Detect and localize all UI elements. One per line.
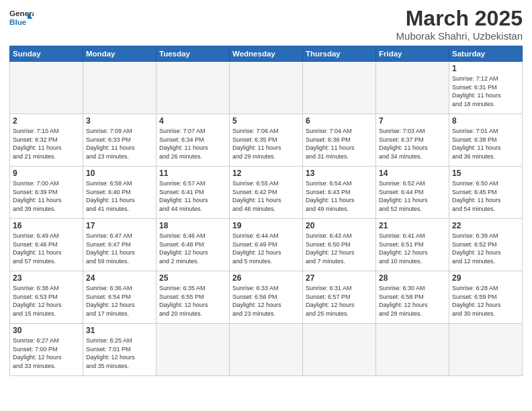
day-number: 20 — [306, 221, 373, 230]
calendar-day-cell — [230, 324, 303, 376]
calendar-day-cell: 16Sunrise: 6:49 AM Sunset: 6:46 PM Dayli… — [10, 219, 83, 271]
calendar-week-row: 23Sunrise: 6:38 AM Sunset: 6:53 PM Dayli… — [10, 271, 523, 324]
calendar-day-cell: 3Sunrise: 7:09 AM Sunset: 6:33 PM Daylig… — [83, 114, 157, 167]
day-info: Sunrise: 6:28 AM Sunset: 6:59 PM Dayligh… — [452, 284, 519, 318]
title-block: March 2025 Muborak Shahri, Uzbekistan — [396, 7, 523, 42]
day-number: 25 — [159, 273, 226, 283]
day-info: Sunrise: 6:50 AM Sunset: 6:45 PM Dayligh… — [452, 179, 519, 213]
calendar-day-cell: 17Sunrise: 6:47 AM Sunset: 6:47 PM Dayli… — [83, 219, 157, 271]
calendar-day-cell: 2Sunrise: 7:10 AM Sunset: 6:32 PM Daylig… — [10, 114, 83, 167]
day-info: Sunrise: 7:07 AM Sunset: 6:34 PM Dayligh… — [159, 127, 226, 161]
calendar-week-row: 16Sunrise: 6:49 AM Sunset: 6:46 PM Dayli… — [10, 219, 523, 271]
day-number: 26 — [232, 273, 300, 283]
day-number: 16 — [13, 221, 80, 230]
day-info: Sunrise: 6:54 AM Sunset: 6:43 PM Dayligh… — [306, 179, 373, 213]
calendar-day-cell: 26Sunrise: 6:33 AM Sunset: 6:56 PM Dayli… — [230, 271, 303, 324]
calendar-week-row: 1Sunrise: 7:12 AM Sunset: 6:31 PM Daylig… — [10, 62, 523, 114]
day-number: 23 — [13, 273, 80, 283]
day-number: 21 — [379, 221, 446, 230]
day-info: Sunrise: 7:00 AM Sunset: 6:39 PM Dayligh… — [13, 179, 80, 213]
calendar-table: SundayMondayTuesdayWednesdayThursdayFrid… — [9, 46, 523, 376]
calendar-day-cell: 8Sunrise: 7:01 AM Sunset: 6:38 PM Daylig… — [449, 114, 523, 167]
day-number: 27 — [306, 273, 373, 283]
day-info: Sunrise: 6:55 AM Sunset: 6:42 PM Dayligh… — [232, 179, 300, 213]
day-info: Sunrise: 7:01 AM Sunset: 6:38 PM Dayligh… — [452, 127, 519, 161]
day-number: 10 — [86, 169, 153, 178]
day-info: Sunrise: 6:57 AM Sunset: 6:41 PM Dayligh… — [159, 179, 226, 213]
header: General Blue March 2025 Muborak Shahri, … — [9, 7, 523, 42]
calendar-day-cell: 18Sunrise: 6:46 AM Sunset: 6:48 PM Dayli… — [157, 219, 230, 271]
calendar-week-row: 30Sunrise: 6:27 AM Sunset: 7:00 PM Dayli… — [10, 324, 523, 376]
day-number: 19 — [232, 221, 300, 230]
calendar-day-cell — [376, 62, 449, 114]
calendar-day-header: Saturday — [449, 46, 523, 62]
calendar-day-cell: 7Sunrise: 7:03 AM Sunset: 6:37 PM Daylig… — [376, 114, 449, 167]
day-info: Sunrise: 6:27 AM Sunset: 7:00 PM Dayligh… — [13, 336, 80, 370]
calendar-header-row: SundayMondayTuesdayWednesdayThursdayFrid… — [10, 46, 523, 62]
day-info: Sunrise: 7:06 AM Sunset: 6:35 PM Dayligh… — [232, 127, 300, 161]
calendar-day-cell: 25Sunrise: 6:35 AM Sunset: 6:55 PM Dayli… — [157, 271, 230, 324]
calendar-week-row: 9Sunrise: 7:00 AM Sunset: 6:39 PM Daylig… — [10, 167, 523, 219]
day-info: Sunrise: 6:41 AM Sunset: 6:51 PM Dayligh… — [379, 232, 446, 265]
calendar-day-cell: 31Sunrise: 6:25 AM Sunset: 7:01 PM Dayli… — [83, 324, 157, 376]
calendar-day-cell: 20Sunrise: 6:43 AM Sunset: 6:50 PM Dayli… — [303, 219, 376, 271]
calendar-day-header: Sunday — [10, 46, 83, 62]
calendar-day-header: Thursday — [303, 46, 376, 62]
day-number: 29 — [452, 273, 519, 283]
calendar-day-cell: 5Sunrise: 7:06 AM Sunset: 6:35 PM Daylig… — [230, 114, 303, 167]
calendar-day-cell: 14Sunrise: 6:52 AM Sunset: 6:44 PM Dayli… — [376, 167, 449, 219]
day-number: 11 — [159, 169, 226, 178]
calendar-day-cell: 11Sunrise: 6:57 AM Sunset: 6:41 PM Dayli… — [157, 167, 230, 219]
day-number: 13 — [306, 169, 373, 178]
day-info: Sunrise: 6:31 AM Sunset: 6:57 PM Dayligh… — [306, 284, 373, 318]
calendar-day-cell: 10Sunrise: 6:58 AM Sunset: 6:40 PM Dayli… — [83, 167, 157, 219]
calendar-day-cell: 12Sunrise: 6:55 AM Sunset: 6:42 PM Dayli… — [230, 167, 303, 219]
day-number: 22 — [452, 221, 519, 230]
calendar-day-cell: 29Sunrise: 6:28 AM Sunset: 6:59 PM Dayli… — [449, 271, 523, 324]
calendar-day-cell: 15Sunrise: 6:50 AM Sunset: 6:45 PM Dayli… — [449, 167, 523, 219]
day-number: 9 — [13, 169, 80, 178]
calendar-day-cell — [10, 62, 83, 114]
calendar-day-cell: 28Sunrise: 6:30 AM Sunset: 6:58 PM Dayli… — [376, 271, 449, 324]
calendar-day-cell — [230, 62, 303, 114]
calendar-day-cell: 19Sunrise: 6:44 AM Sunset: 6:49 PM Dayli… — [230, 219, 303, 271]
day-number: 14 — [379, 169, 446, 178]
day-number: 4 — [159, 116, 226, 126]
day-info: Sunrise: 6:43 AM Sunset: 6:50 PM Dayligh… — [306, 232, 373, 265]
day-number: 5 — [232, 116, 300, 126]
calendar-day-header: Wednesday — [230, 46, 303, 62]
day-info: Sunrise: 6:49 AM Sunset: 6:46 PM Dayligh… — [13, 232, 80, 265]
day-number: 8 — [452, 116, 519, 126]
day-number: 6 — [306, 116, 373, 126]
calendar-day-cell — [376, 324, 449, 376]
day-info: Sunrise: 7:04 AM Sunset: 6:36 PM Dayligh… — [306, 127, 373, 161]
day-number: 1 — [452, 64, 519, 73]
day-info: Sunrise: 6:30 AM Sunset: 6:58 PM Dayligh… — [379, 284, 446, 318]
svg-text:Blue: Blue — [9, 17, 27, 26]
calendar-day-cell: 27Sunrise: 6:31 AM Sunset: 6:57 PM Dayli… — [303, 271, 376, 324]
day-info: Sunrise: 6:38 AM Sunset: 6:53 PM Dayligh… — [13, 284, 80, 318]
calendar-day-cell: 24Sunrise: 6:36 AM Sunset: 6:54 PM Dayli… — [83, 271, 157, 324]
calendar-day-cell — [83, 62, 157, 114]
day-info: Sunrise: 6:33 AM Sunset: 6:56 PM Dayligh… — [232, 284, 300, 318]
calendar-day-header: Tuesday — [157, 46, 230, 62]
day-info: Sunrise: 6:39 AM Sunset: 6:52 PM Dayligh… — [452, 232, 519, 265]
calendar-title: March 2025 — [396, 7, 523, 30]
day-info: Sunrise: 7:12 AM Sunset: 6:31 PM Dayligh… — [452, 75, 519, 108]
day-info: Sunrise: 6:35 AM Sunset: 6:55 PM Dayligh… — [159, 284, 226, 318]
calendar-subtitle: Muborak Shahri, Uzbekistan — [396, 30, 523, 42]
day-info: Sunrise: 6:47 AM Sunset: 6:47 PM Dayligh… — [86, 232, 153, 265]
logo: General Blue — [9, 7, 34, 31]
day-number: 12 — [232, 169, 300, 178]
day-number: 30 — [13, 326, 80, 335]
day-number: 15 — [452, 169, 519, 178]
calendar-day-cell: 23Sunrise: 6:38 AM Sunset: 6:53 PM Dayli… — [10, 271, 83, 324]
calendar-day-cell: 13Sunrise: 6:54 AM Sunset: 6:43 PM Dayli… — [303, 167, 376, 219]
logo-icon: General Blue — [9, 7, 34, 31]
day-info: Sunrise: 6:25 AM Sunset: 7:01 PM Dayligh… — [86, 336, 153, 370]
day-info: Sunrise: 7:10 AM Sunset: 6:32 PM Dayligh… — [13, 127, 80, 161]
calendar-week-row: 2Sunrise: 7:10 AM Sunset: 6:32 PM Daylig… — [10, 114, 523, 167]
calendar-day-cell: 4Sunrise: 7:07 AM Sunset: 6:34 PM Daylig… — [157, 114, 230, 167]
day-number: 28 — [379, 273, 446, 283]
calendar-day-cell: 9Sunrise: 7:00 AM Sunset: 6:39 PM Daylig… — [10, 167, 83, 219]
